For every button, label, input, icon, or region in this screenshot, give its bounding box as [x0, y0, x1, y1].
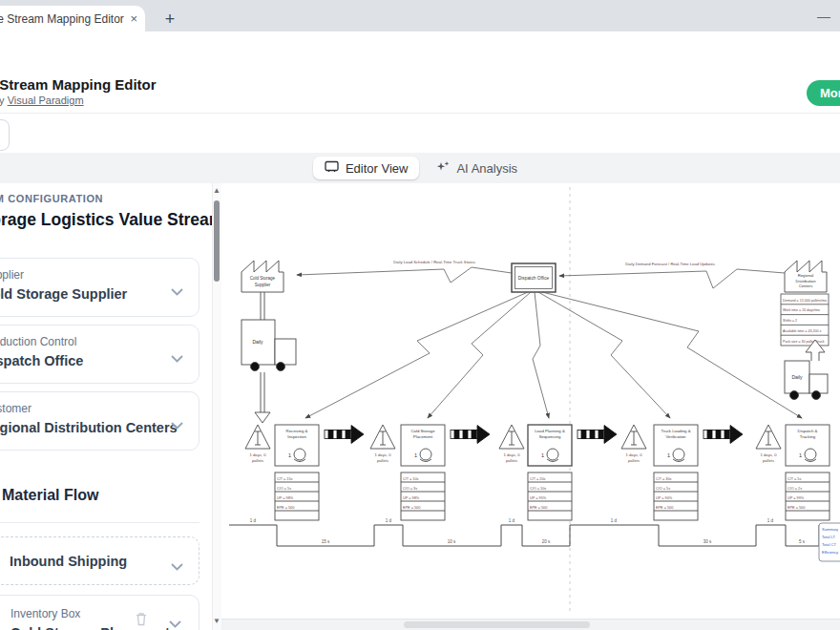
svg-text:Available time = 43,200 s: Available time = 43,200 s	[783, 329, 821, 333]
svg-text:1 d: 1 d	[386, 518, 392, 523]
tab-title: Value Stream Mapping Editor	[0, 12, 124, 26]
svg-text:Distribution: Distribution	[796, 279, 817, 284]
production-control-node[interactable]: Dispatch Office	[512, 263, 556, 292]
trash-icon[interactable]	[135, 612, 148, 630]
browser-tab[interactable]: Value Stream Mapping Editor ×	[0, 6, 145, 32]
inbound-shipping-item[interactable]: Inbound Shipping	[0, 536, 200, 585]
supplier-factory-node[interactable]: Cold Storage Supplier	[242, 261, 284, 292]
svg-text:1: 1	[288, 452, 291, 458]
configuration-sidebar: VSM CONFIGURATION Cold Storage Logistics…	[0, 183, 212, 630]
process-receiving-inspection[interactable]: Receiving & Inspection 1 C/T = 15s C/O =…	[275, 425, 319, 520]
process-nodes[interactable]: Receiving & Inspection 1 C/T = 15s C/O =…	[275, 425, 830, 520]
tab-ai-analysis[interactable]: AI Analysis	[427, 157, 527, 180]
clipped-left-control[interactable]	[0, 119, 10, 151]
svg-text:1 days, 0: 1 days, 0	[250, 452, 267, 457]
svg-text:Tracking: Tracking	[800, 434, 816, 439]
svg-text:pallets: pallets	[763, 458, 774, 463]
more-button[interactable]: More	[807, 80, 840, 106]
svg-text:C/T = 5s: C/T = 5s	[788, 477, 801, 481]
inventory-box-item[interactable]: Inventory Box Cold Storage Placement	[0, 595, 200, 630]
process-load-planning-sequencing[interactable]: Load Planning & Sequencing 1 C/T = 20s C…	[528, 425, 572, 520]
svg-text:Daily Demand Forecast / Real-T: Daily Demand Forecast / Real-Time Load U…	[625, 262, 715, 266]
customer-value: Regional Distribution Centers	[0, 420, 185, 435]
svg-text:UP = 90%: UP = 90%	[656, 496, 673, 500]
svg-text:Placement: Placement	[413, 434, 433, 439]
svg-text:Centers: Centers	[799, 284, 813, 288]
chevron-down-icon	[171, 283, 183, 300]
svg-text:C/T = 10s: C/T = 10s	[403, 477, 419, 481]
vsm-canvas[interactable]: Cold Storage Supplier Daily Dispatch Off…	[221, 183, 840, 619]
svg-text:Regional: Regional	[798, 273, 814, 278]
address-bar-row: ai-toolbox.visual-paradigm.com/app/value…	[0, 32, 840, 69]
ai-sparkles-icon	[436, 160, 450, 177]
visual-paradigm-link[interactable]: Visual Paradigm	[8, 94, 84, 106]
svg-text:Cold Storage: Cold Storage	[410, 429, 435, 433]
info-flow-supplier[interactable]: Daily Load Schedule / Real-Time Truck St…	[297, 260, 512, 283]
process-truck-loading-verification[interactable]: Truck Loading & Verification 1 C/T = 30s…	[654, 425, 698, 520]
svg-text:C/O = 2s: C/O = 2s	[788, 487, 802, 491]
svg-text:Supplier: Supplier	[255, 283, 271, 287]
customer-factory-node[interactable]: Regional Distribution Centers	[785, 261, 827, 292]
new-tab-button[interactable]: +	[158, 8, 181, 31]
chevron-down-icon	[169, 615, 181, 630]
svg-text:EPE = 500: EPE = 500	[277, 506, 294, 510]
svg-text:C/T = 15s: C/T = 15s	[277, 477, 293, 481]
customer-truck-icon[interactable]: Daily	[785, 340, 828, 400]
svg-text:1 days, 0: 1 days, 0	[626, 452, 643, 457]
dispatch-info-lines	[305, 292, 802, 418]
page-title: Value Stream Mapping Editor	[0, 76, 840, 93]
process-dispatch-tracking[interactable]: Dispatch & Tracking 1 C/T = 5s C/O = 2s …	[786, 425, 830, 520]
supplier-truck-icon[interactable]: Daily	[242, 292, 296, 423]
customer-data-box[interactable]: Demand = 12,000 pallets/mo Work time = 2…	[781, 294, 829, 346]
editor-view-icon	[325, 160, 339, 176]
svg-text:Truck Loading &: Truck Loading &	[661, 429, 690, 433]
svg-text:1: 1	[541, 452, 544, 458]
svg-text:1: 1	[414, 452, 417, 458]
svg-text:C/T = 20s: C/T = 20s	[530, 477, 546, 481]
scrollbar-down-arrow[interactable]: ▼	[212, 616, 221, 627]
production-control-card[interactable]: Production Control Dispatch Office	[0, 325, 200, 384]
inventory-box-label: Inventory Box	[10, 607, 185, 620]
chevron-down-icon	[171, 349, 183, 367]
diagram-title: Cold Storage Logistics Value Stream Map	[0, 210, 212, 230]
scrollbar-thumb[interactable]	[214, 200, 220, 282]
svg-text:1 d: 1 d	[509, 518, 515, 523]
svg-text:Total CT: Total CT	[822, 542, 836, 547]
svg-text:UP = 98%: UP = 98%	[403, 496, 420, 500]
svg-text:UP = 98%: UP = 98%	[277, 496, 294, 500]
svg-text:Dispatch Office: Dispatch Office	[518, 276, 550, 281]
svg-text:1 days, 0: 1 days, 0	[375, 452, 392, 457]
section-label: VSM CONFIGURATION	[0, 193, 103, 204]
timeline-summary-box[interactable]: Summary Total LT Total CT Efficiency	[819, 523, 840, 561]
svg-text:Daily: Daily	[252, 339, 263, 345]
customer-label: Customer	[0, 402, 185, 415]
svg-text:Load Planning &: Load Planning &	[535, 429, 565, 433]
svg-text:Pack size = 30 pallets/truck: Pack size = 30 pallets/truck	[783, 340, 825, 344]
svg-text:1 d: 1 d	[611, 518, 618, 523]
tab-close-icon[interactable]: ×	[130, 12, 137, 25]
process-cold-storage-placement[interactable]: Cold Storage Placement 1 C/T = 10s C/O =…	[401, 425, 445, 520]
editor-view-label: Editor View	[346, 161, 409, 176]
tab-strip: Value Stream Mapping Editor × + —	[0, 0, 840, 32]
info-flow-customer[interactable]: Daily Demand Forecast / Real-Time Load U…	[559, 262, 785, 288]
svg-text:15 s: 15 s	[322, 539, 330, 544]
svg-text:Daily Load Schedule / Real-Tim: Daily Load Schedule / Real-Time Truck St…	[393, 260, 475, 264]
customer-card[interactable]: Customer Regional Distribution Centers	[0, 391, 200, 451]
tab-editor-view[interactable]: Editor View	[313, 157, 420, 179]
svg-text:pallets: pallets	[628, 458, 640, 463]
svg-text:C/O = 5s: C/O = 5s	[277, 487, 291, 491]
divider	[0, 522, 200, 523]
svg-text:EPE = 500: EPE = 500	[530, 506, 547, 510]
minimize-button[interactable]: —	[813, 8, 834, 27]
svg-text:1 days, 0: 1 days, 0	[504, 452, 521, 457]
svg-text:UP = 99%: UP = 99%	[788, 496, 805, 500]
inbound-shipping-label: Inbound Shipping	[10, 554, 127, 569]
svg-text:pallets: pallets	[377, 458, 388, 463]
svg-text:1: 1	[667, 452, 670, 458]
supplier-card[interactable]: Supplier Cold Storage Supplier	[0, 258, 200, 317]
canvas-horizontal-scrollbar-thumb[interactable]	[404, 621, 590, 628]
svg-text:Dispatch &: Dispatch &	[798, 429, 818, 433]
scrollbar-up-arrow[interactable]: ▲	[212, 185, 221, 197]
svg-text:Cold Storage: Cold Storage	[250, 276, 276, 281]
svg-text:C/O = 3s: C/O = 3s	[403, 487, 417, 491]
